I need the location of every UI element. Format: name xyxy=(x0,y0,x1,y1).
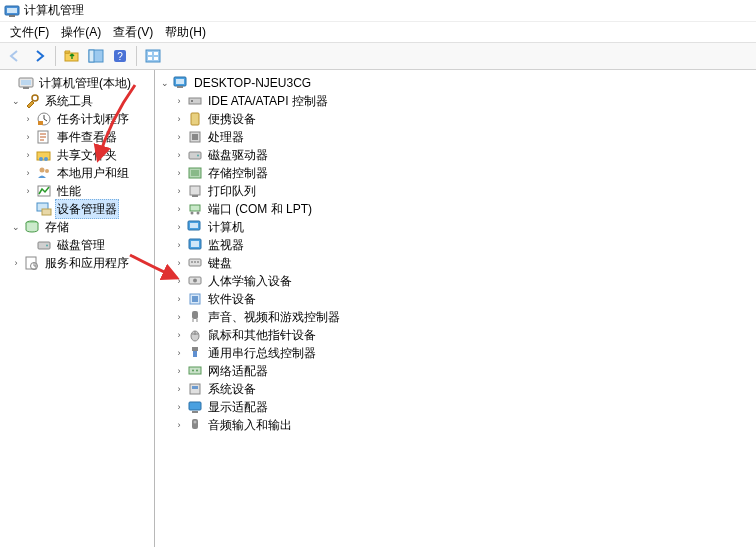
expand-icon[interactable]: › xyxy=(173,95,185,107)
expand-icon[interactable]: › xyxy=(22,149,34,161)
device-category[interactable]: › 处理器 xyxy=(157,128,754,146)
device-category-icon xyxy=(187,291,203,307)
expand-icon[interactable]: › xyxy=(173,347,185,359)
tree-label: 鼠标和其他指针设备 xyxy=(206,326,318,344)
tree-services-apps[interactable]: › 服务和应用程序 xyxy=(2,254,152,272)
expand-icon[interactable]: › xyxy=(10,257,22,269)
device-category-icon xyxy=(187,309,203,325)
tree-label: 人体学输入设备 xyxy=(206,272,294,290)
expand-icon[interactable]: › xyxy=(173,131,185,143)
tree-label: 服务和应用程序 xyxy=(43,254,131,272)
tree-task-scheduler[interactable]: › 任务计划程序 xyxy=(2,110,152,128)
device-category[interactable]: › 打印队列 xyxy=(157,182,754,200)
expand-icon[interactable]: › xyxy=(173,401,185,413)
expand-icon[interactable]: › xyxy=(22,185,34,197)
device-category[interactable]: › 存储控制器 xyxy=(157,164,754,182)
tree-label: 共享文件夹 xyxy=(55,146,119,164)
device-category[interactable]: › 人体学输入设备 xyxy=(157,272,754,290)
up-folder-button[interactable] xyxy=(61,45,83,67)
svg-rect-50 xyxy=(190,223,198,228)
tree-label: 性能 xyxy=(55,182,83,200)
show-hide-tree-button[interactable] xyxy=(85,45,107,67)
svg-point-69 xyxy=(194,421,197,424)
tree-device-manager[interactable]: 设备管理器 xyxy=(2,200,152,218)
device-category[interactable]: › 音频输入和输出 xyxy=(157,416,754,434)
device-category[interactable]: › 系统设备 xyxy=(157,380,754,398)
device-category[interactable]: › 便携设备 xyxy=(157,110,754,128)
expand-icon[interactable]: › xyxy=(22,167,34,179)
help-button[interactable]: ? xyxy=(109,45,131,67)
device-category[interactable]: › 软件设备 xyxy=(157,290,754,308)
expand-icon[interactable]: › xyxy=(173,185,185,197)
tree-system-tools[interactable]: ⌄ 系统工具 xyxy=(2,92,152,110)
expand-icon[interactable]: › xyxy=(173,365,185,377)
svg-rect-66 xyxy=(189,402,201,410)
device-category[interactable]: › 端口 (COM 和 LPT) xyxy=(157,200,754,218)
expand-icon[interactable]: › xyxy=(173,149,185,161)
device-root[interactable]: ⌄ DESKTOP-NJEU3CG xyxy=(157,74,754,92)
tree-label: IDE ATA/ATAPI 控制器 xyxy=(206,92,330,110)
menu-help[interactable]: 帮助(H) xyxy=(159,22,212,43)
tree-label: 端口 (COM 和 LPT) xyxy=(206,200,314,218)
view-mode-button[interactable] xyxy=(142,45,164,67)
collapse-icon[interactable]: ⌄ xyxy=(159,77,171,89)
expand-icon[interactable]: › xyxy=(173,239,185,251)
expand-icon[interactable]: › xyxy=(173,311,185,323)
titlebar: 计算机管理 xyxy=(0,0,756,22)
expand-icon[interactable]: › xyxy=(173,383,185,395)
forward-button[interactable] xyxy=(28,45,50,67)
tree-label: 声音、视频和游戏控制器 xyxy=(206,308,342,326)
expand-icon[interactable]: › xyxy=(173,167,185,179)
right-tree-pane[interactable]: ⌄ DESKTOP-NJEU3CG › IDE ATA/ATAPI 控制器 › … xyxy=(155,70,756,547)
device-category[interactable]: › 网络适配器 xyxy=(157,362,754,380)
svg-rect-61 xyxy=(189,367,201,374)
performance-icon xyxy=(36,183,52,199)
menu-file[interactable]: 文件(F) xyxy=(4,22,55,43)
collapse-icon[interactable]: ⌄ xyxy=(10,221,22,233)
tree-label: 网络适配器 xyxy=(206,362,270,380)
expand-icon[interactable]: › xyxy=(173,257,185,269)
tree-label: 任务计划程序 xyxy=(55,110,131,128)
expand-icon[interactable]: › xyxy=(173,293,185,305)
tree-disk-management[interactable]: 磁盘管理 xyxy=(2,236,152,254)
computer-mgmt-icon xyxy=(18,75,34,91)
device-category[interactable]: › 鼠标和其他指针设备 xyxy=(157,326,754,344)
left-tree-pane[interactable]: 计算机管理(本地) ⌄ 系统工具 xyxy=(0,70,155,547)
expand-icon[interactable]: › xyxy=(22,131,34,143)
device-category[interactable]: › 计算机 xyxy=(157,218,754,236)
device-category[interactable]: › 监视器 xyxy=(157,236,754,254)
collapse-icon[interactable]: ⌄ xyxy=(10,95,22,107)
back-button[interactable] xyxy=(4,45,26,67)
tree-performance[interactable]: › 性能 xyxy=(2,182,152,200)
svg-point-22 xyxy=(44,157,48,161)
device-category[interactable]: › 显示适配器 xyxy=(157,398,754,416)
tree-root[interactable]: 计算机管理(本地) xyxy=(2,74,152,92)
device-category-icon xyxy=(187,417,203,433)
device-category[interactable]: › 磁盘驱动器 xyxy=(157,146,754,164)
device-category[interactable]: › 声音、视频和游戏控制器 xyxy=(157,308,754,326)
device-category[interactable]: › 键盘 xyxy=(157,254,754,272)
device-category[interactable]: › IDE ATA/ATAPI 控制器 xyxy=(157,92,754,110)
svg-rect-41 xyxy=(189,152,201,159)
tree-event-viewer[interactable]: › 事件查看器 xyxy=(2,128,152,146)
expand-icon[interactable]: › xyxy=(173,221,185,233)
tree-storage[interactable]: ⌄ 存储 xyxy=(2,218,152,236)
expand-icon[interactable]: › xyxy=(173,275,185,287)
tree-shared-folders[interactable]: › 共享文件夹 xyxy=(2,146,152,164)
expand-icon[interactable]: › xyxy=(173,419,185,431)
window-title: 计算机管理 xyxy=(24,2,84,19)
device-category-icon xyxy=(187,129,203,145)
device-category-icon xyxy=(187,93,203,109)
menu-action[interactable]: 操作(A) xyxy=(55,22,107,43)
expand-icon[interactable]: › xyxy=(22,113,34,125)
svg-rect-9 xyxy=(148,52,152,55)
svg-rect-65 xyxy=(192,386,198,389)
device-category[interactable]: › 通用串行总线控制器 xyxy=(157,344,754,362)
tree-local-users-groups[interactable]: › 本地用户和组 xyxy=(2,164,152,182)
expand-icon[interactable]: › xyxy=(173,113,185,125)
menu-view[interactable]: 查看(V) xyxy=(107,22,159,43)
svg-point-42 xyxy=(197,155,199,157)
expand-icon[interactable]: › xyxy=(173,203,185,215)
expand-icon[interactable]: › xyxy=(173,329,185,341)
scheduler-icon xyxy=(36,111,52,127)
